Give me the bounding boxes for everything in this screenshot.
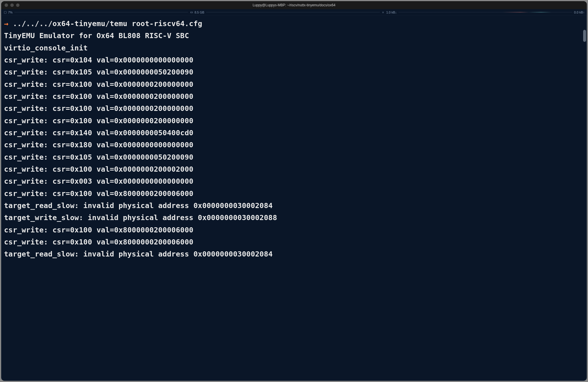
terminal-output-line: csr_write: csr=0x100 val=0x0000000200000… — [4, 103, 584, 115]
terminal-output-line: target_read_slow: invalid physical addre… — [4, 248, 584, 260]
terminal-window: Luppy@Luppys-MBP: ~/riscv/nuttx-tinyemu/… — [1, 1, 587, 381]
terminal-output-line: csr_write: csr=0x100 val=0x0000000200000… — [4, 79, 584, 91]
status-divider — [398, 12, 572, 12]
memory-icon: ▭ — [190, 10, 193, 14]
scrollbar-thumb[interactable] — [583, 30, 586, 42]
minimize-button[interactable] — [10, 3, 14, 7]
terminal-output-line: csr_write: csr=0x100 val=0x8000000200006… — [4, 188, 584, 200]
terminal-output-line: csr_write: csr=0x180 val=0x0000000000000… — [4, 139, 584, 151]
terminal-output-line: TinyEMU Emulator for Ox64 BL808 RISC-V S… — [4, 30, 584, 42]
network-up-value: 0.0 kB↑ — [574, 11, 585, 14]
titlebar: Luppy@Luppys-MBP: ~/riscv/nuttx-tinyemu/… — [1, 1, 587, 9]
terminal-output-line: csr_write: csr=0x100 val=0x8000000200006… — [4, 236, 584, 248]
memory-value: 8.5 GB — [194, 11, 204, 14]
terminal-output-line: csr_write: csr=0x140 val=0x0000000050400… — [4, 127, 584, 139]
cpu-value: 7% — [8, 11, 13, 14]
terminal-output-line: csr_write: csr=0x104 val=0x0000000000000… — [4, 54, 584, 66]
terminal-output-line: virtio_console_init — [4, 42, 584, 54]
terminal-output-line: csr_write: csr=0x100 val=0x0000000200000… — [4, 91, 584, 103]
status-bar: ▢ 7% ▭ 8.5 GB ᯤ 1.0 kB↓ 0.0 kB↑ — [1, 9, 587, 15]
cpu-icon: ▢ — [3, 10, 7, 14]
terminal-viewport[interactable]: → ../../../ox64-tinyemu/temu root-riscv6… — [1, 15, 587, 381]
network-up-status: 0.0 kB↑ — [574, 11, 585, 14]
prompt-line: → ../../../ox64-tinyemu/temu root-riscv6… — [4, 18, 584, 30]
command-text: ../../../ox64-tinyemu/temu root-riscv64.… — [8, 19, 202, 28]
terminal-output: TinyEMU Emulator for Ox64 BL808 RISC-V S… — [4, 30, 584, 260]
network-down-status: ᯤ 1.0 kB↓ — [382, 11, 397, 14]
scrollbar-track[interactable] — [583, 30, 587, 381]
network-icon: ᯤ — [382, 11, 385, 14]
status-divider — [14, 12, 188, 12]
terminal-output-line: csr_write: csr=0x100 val=0x8000000200006… — [4, 224, 584, 236]
traffic-lights — [5, 3, 19, 7]
prompt-arrow-icon: → — [4, 19, 8, 28]
zoom-button[interactable] — [16, 3, 19, 7]
cpu-status: ▢ 7% — [3, 10, 13, 14]
terminal-output-line: target_read_slow: invalid physical addre… — [4, 200, 584, 212]
terminal-output-line: csr_write: csr=0x100 val=0x0000000200000… — [4, 115, 584, 127]
terminal-output-line: csr_write: csr=0x003 val=0x0000000000000… — [4, 175, 584, 187]
terminal-output-line: target_write_slow: invalid physical addr… — [4, 212, 584, 224]
window-title: Luppy@Luppys-MBP: ~/riscv/nuttx-tinyemu/… — [1, 3, 587, 7]
terminal-output-line: csr_write: csr=0x105 val=0x0000000050200… — [4, 66, 584, 78]
network-down-value: 1.0 kB↓ — [386, 11, 397, 14]
terminal-output-line: csr_write: csr=0x100 val=0x0000000200002… — [4, 163, 584, 175]
terminal-output-line: csr_write: csr=0x105 val=0x0000000050200… — [4, 151, 584, 163]
status-divider — [206, 12, 380, 12]
memory-status: ▭ 8.5 GB — [190, 10, 204, 14]
close-button[interactable] — [5, 3, 8, 7]
